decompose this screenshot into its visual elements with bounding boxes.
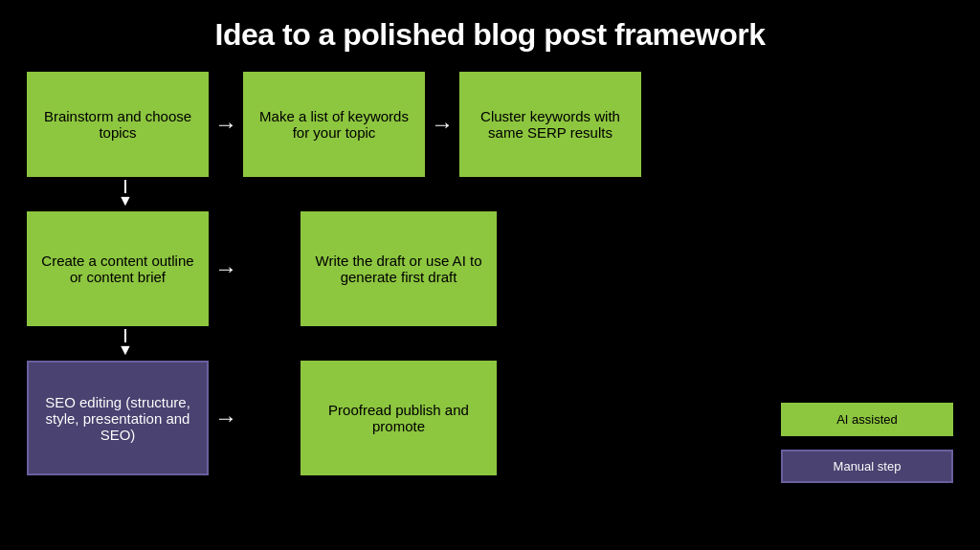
- diagram-layout: Brainstorm and choose topics → Make a li…: [27, 72, 953, 493]
- arrow-right-4: →: [214, 405, 237, 431]
- row-1: Brainstorm and choose topics → Make a li…: [27, 72, 781, 177]
- box-proofread: Proofread publish and promote: [301, 361, 497, 475]
- box-brainstorm: Brainstorm and choose topics: [27, 72, 209, 177]
- down-arrow-2: ▼: [118, 329, 133, 358]
- down-arrow-1-container: ▼: [118, 177, 781, 211]
- down-arrow-1: ▼: [118, 180, 133, 209]
- box-cluster: Cluster keywords with same SERP results: [459, 72, 641, 177]
- arrow-right-2: →: [431, 111, 454, 138]
- row-2: Create a content outline or content brie…: [27, 211, 781, 326]
- box-seo: SEO editing (structure, style, presentat…: [27, 361, 209, 475]
- box-outline: Create a content outline or content brie…: [27, 211, 209, 326]
- flow-section: Brainstorm and choose topics → Make a li…: [27, 72, 781, 475]
- arrow-right-3: →: [214, 255, 237, 282]
- box-draft: Write the draft or use AI to generate fi…: [301, 211, 497, 326]
- box-keywords: Make a list of keywords for your topic: [243, 72, 425, 177]
- legend-manual: Manual step: [781, 450, 953, 483]
- arrow-right-1: →: [214, 111, 237, 138]
- page-title: Idea to a polished blog post framework: [27, 17, 953, 53]
- row-3: SEO editing (structure, style, presentat…: [27, 361, 781, 475]
- legend-ai: AI assisted: [781, 403, 953, 436]
- down-arrow-2-container: ▼: [118, 326, 781, 361]
- legend-section: AI assisted Manual step: [781, 72, 953, 493]
- page-container: Idea to a polished blog post framework B…: [0, 0, 980, 550]
